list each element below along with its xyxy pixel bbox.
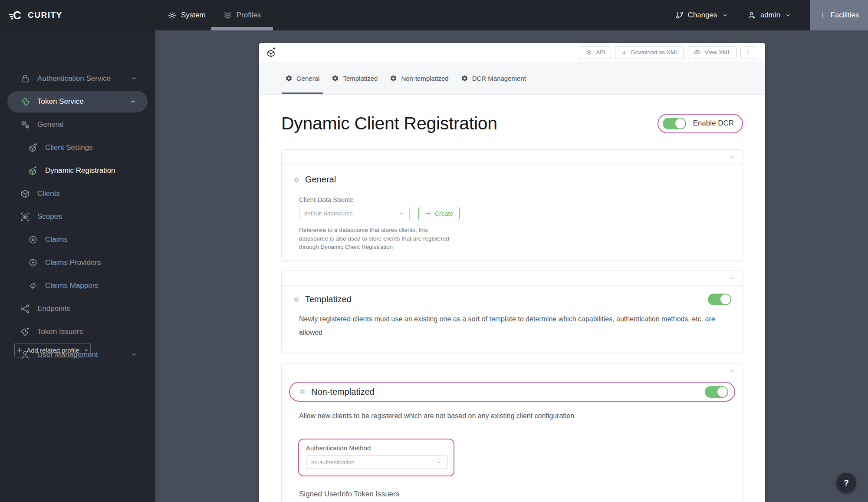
- scopes-scan-icon: [19, 211, 31, 222]
- nav-profiles[interactable]: Profiles: [223, 0, 261, 30]
- sidebar-item-token-service[interactable]: Token Service: [7, 91, 148, 112]
- tab-label: Templatized: [343, 75, 378, 82]
- kebab-menu-icon: [819, 12, 826, 19]
- authentication-method-group: Authentication Method no-authentication: [298, 439, 454, 476]
- sidebar-item-endpoints[interactable]: Endpoints: [0, 297, 155, 320]
- sidebar-item-general[interactable]: General: [0, 113, 155, 136]
- sidebar-item-label: Endpoints: [37, 304, 70, 313]
- client-data-source-select[interactable]: default-datasource: [299, 207, 410, 220]
- sidebar-item-dynamic-registration[interactable]: Dynamic Registration: [0, 159, 155, 182]
- authentication-method-select[interactable]: no-authentication: [306, 456, 447, 469]
- templatized-toggle[interactable]: [708, 294, 731, 305]
- claims-icon: [27, 234, 39, 245]
- sidebar-item-claims-mappers[interactable]: Claims Mappers: [0, 274, 155, 297]
- enable-dcr-control[interactable]: Enable DCR: [658, 114, 743, 133]
- eye-icon: [694, 49, 701, 56]
- gear-icon: [332, 75, 339, 82]
- endpoints-share-icon: [19, 303, 31, 314]
- sidebar-item-label: Claims Mappers: [45, 281, 99, 290]
- sidebar-item-label: Authentication Service: [37, 74, 111, 83]
- client-data-source-row: default-datasource Create: [299, 207, 743, 220]
- gear-icon: [293, 177, 299, 183]
- nav-system-label: System: [181, 11, 206, 20]
- signed-userinfo-label: Signed UserInfo Token Issuers: [299, 490, 743, 499]
- chevron-up-icon: [729, 368, 735, 374]
- sidebar-item-label: Clients: [37, 189, 60, 198]
- chevron-down-icon: [398, 211, 404, 217]
- sidebar-item-label: Claims Providers: [45, 258, 101, 267]
- sidebar-item-token-issuers[interactable]: Token Issuers: [0, 320, 155, 343]
- help-button[interactable]: ?: [836, 473, 856, 493]
- templatized-panel-heading: Templatized: [293, 294, 352, 304]
- toggle-knob: [720, 294, 730, 304]
- sidebar-item-claims[interactable]: Claims: [0, 228, 155, 251]
- more-options-button[interactable]: [740, 46, 755, 59]
- chevron-down-icon: [131, 351, 137, 358]
- changes-menu[interactable]: Changes: [675, 11, 728, 20]
- sidebar-item-token-service-row: Token Service: [0, 90, 155, 113]
- topbar-right: Changes admin Facilities: [675, 0, 868, 30]
- changes-branch-icon: [675, 11, 684, 20]
- system-gear-icon: [168, 11, 177, 20]
- sidebar: Authentication Service Token Service: [0, 30, 155, 502]
- add-related-profile-button[interactable]: Add related profile: [14, 343, 91, 357]
- user-label: admin: [760, 11, 780, 20]
- templatized-panel-collapse[interactable]: [282, 271, 743, 286]
- create-datasource-button[interactable]: Create: [418, 207, 460, 220]
- kebab-menu-icon: [745, 49, 751, 56]
- sidebar-item-client-settings[interactable]: Client Settings: [0, 136, 155, 159]
- tab-general[interactable]: General: [284, 62, 320, 95]
- gear-icon: [285, 75, 293, 82]
- non-templatized-description: Allow new clients to be registered which…: [299, 409, 725, 423]
- download-xml-button[interactable]: Download as XML: [615, 46, 684, 59]
- user-menu[interactable]: admin: [747, 11, 791, 20]
- general-panel-collapse[interactable]: [282, 150, 743, 165]
- gear-icon: [293, 297, 299, 303]
- sidebar-item-label: Claims: [45, 235, 68, 244]
- box-plus-icon: [27, 165, 39, 176]
- claims-mappers-icon: [27, 281, 39, 291]
- curity-logo-icon: C: [9, 9, 23, 22]
- title-row: Dynamic Client Registration Enable DCR: [281, 109, 743, 138]
- logo-text: CURITY: [28, 10, 62, 20]
- authentication-method-label: Authentication Method: [306, 444, 447, 452]
- ticket-icon: [20, 96, 32, 107]
- main-area: API Download as XML View XML: [155, 30, 868, 502]
- svg-text:C: C: [13, 9, 21, 22]
- nav-system[interactable]: System: [168, 0, 206, 30]
- api-button[interactable]: API: [580, 46, 611, 59]
- chevron-down-icon: [436, 459, 442, 466]
- lock-icon: [19, 73, 31, 84]
- plus-icon: [425, 210, 431, 217]
- tab-templatized[interactable]: Templatized: [331, 62, 378, 95]
- sidebar-item-scopes[interactable]: Scopes: [0, 205, 155, 228]
- tab-non-templatized[interactable]: Non-templatized: [389, 62, 449, 95]
- tab-dcr-management[interactable]: DCR Management: [460, 62, 527, 95]
- sidebar-item-claims-providers[interactable]: Claims Providers: [0, 251, 155, 274]
- chevron-down-icon: [83, 347, 89, 353]
- sidebar-item-label: Token Service: [37, 97, 84, 106]
- enable-dcr-toggle[interactable]: [663, 118, 686, 129]
- sidebar-item-clients[interactable]: Clients: [0, 182, 155, 205]
- box-icon: [19, 188, 31, 199]
- sidebar-item-authentication-service[interactable]: Authentication Service: [0, 67, 155, 90]
- non-templatized-toggle[interactable]: [705, 386, 728, 398]
- card-body: Dynamic Client Registration Enable DCR G…: [259, 109, 765, 502]
- non-templatized-panel: Non-templatized Allow new clients to be …: [281, 363, 743, 502]
- plus-icon: [16, 347, 23, 353]
- curity-logo[interactable]: C CURITY: [9, 9, 62, 22]
- topbar: C CURITY System Profiles: [0, 0, 868, 30]
- chevron-up-icon: [729, 275, 735, 281]
- create-button-label: Create: [435, 210, 453, 217]
- active-tab-underline: [282, 92, 323, 94]
- chevron-down-icon: [722, 12, 728, 18]
- facilities-button[interactable]: Facilities: [810, 0, 868, 30]
- facilities-label: Facilities: [830, 11, 859, 20]
- toggle-knob: [717, 387, 727, 397]
- non-templatized-panel-collapse[interactable]: [282, 363, 743, 378]
- card-toolbar: API Download as XML View XML: [259, 43, 765, 62]
- help-button-label: ?: [844, 478, 849, 488]
- top-navigation: System Profiles: [168, 0, 261, 30]
- view-xml-button[interactable]: View XML: [688, 46, 736, 59]
- add-related-profile-label: Add related profile: [26, 347, 79, 354]
